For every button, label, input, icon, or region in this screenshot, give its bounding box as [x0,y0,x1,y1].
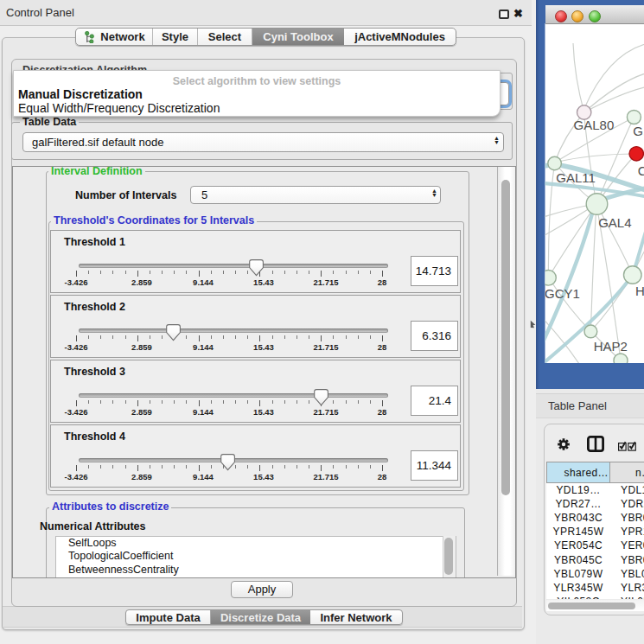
svg-text:H: H [635,284,644,298]
svg-text:GAL11: GAL11 [556,170,596,185]
svg-text:GCY1: GCY1 [545,286,580,301]
svg-text:C: C [638,163,644,178]
svg-text:GAL80: GAL80 [574,118,615,132]
svg-text:HAP2: HAP2 [594,339,628,354]
svg-text:G.: G. [633,124,644,138]
svg-text:GAL4: GAL4 [598,215,631,230]
